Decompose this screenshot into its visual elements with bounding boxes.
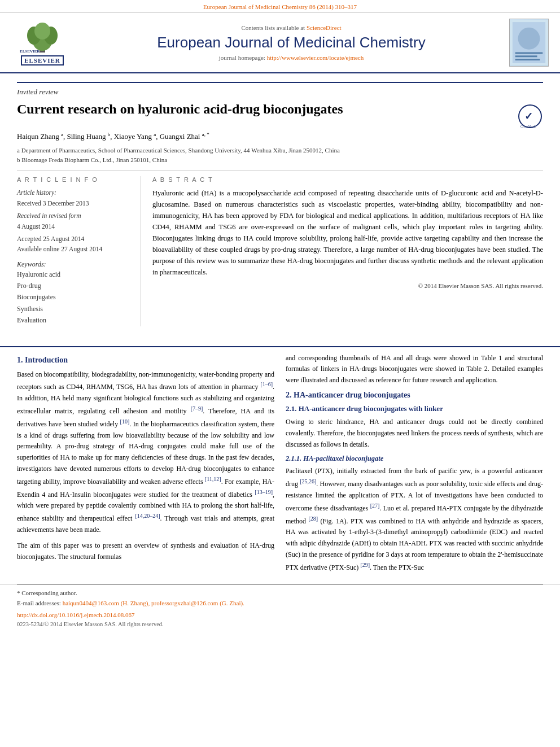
abstract-text: Hyaluronic acid (HA) is a mucopolysaccha… — [152, 187, 543, 278]
svg-text:✓: ✓ — [524, 111, 533, 122]
affil-a: a Department of Pharmaceutics, School of… — [17, 146, 543, 155]
paper-title: Current research on hyaluronic acid-drug… — [17, 101, 509, 117]
sub21-heading: 2.1. HA-anticancer drug bioconjugates wi… — [286, 404, 543, 413]
ref-13-19[interactable]: [13–19] — [255, 489, 273, 495]
svg-text:CrossMark: CrossMark — [520, 125, 536, 128]
keyword-1: Hyaluronic acid — [17, 269, 132, 280]
keyword-5: Evaluation — [17, 314, 132, 326]
journal-homepage: journal homepage: http://www.elsevier.co… — [73, 54, 509, 61]
sub211-heading: 2.1.1. HA-paclitaxel bioconjugate — [286, 455, 543, 463]
copyright-line: © 2014 Elsevier Masson SAS. All rights r… — [152, 282, 543, 289]
crossmark-badge: ✓ CrossMark — [518, 104, 543, 132]
journal-logo: ELSEVIER ELSEVIER — [11, 20, 73, 65]
article-info-panel: A R T I C L E I N F O Article history: R… — [17, 176, 141, 326]
email-label: E-mail addresses: — [17, 600, 61, 606]
doi-line: http://dx.doi.org/10.1016/j.ejmech.2014.… — [0, 609, 560, 621]
ref-1-6[interactable]: [1–6] — [260, 381, 273, 387]
sub21-para: Owing to steric hindrance, HA and antica… — [286, 417, 543, 450]
accepted-date: Accepted 25 August 2014 — [17, 234, 132, 244]
rights-line: 0223-5234/© 2014 Elsevier Masson SAS. Al… — [0, 621, 560, 633]
body-right-col: and corresponding thumbnails of HA and a… — [286, 353, 543, 578]
right-intro-para: and corresponding thumbnails of HA and a… — [286, 353, 543, 386]
intro-para2: The aim of this paper was to present an … — [17, 540, 274, 563]
email-link-1[interactable]: haiqun0404@163.com (H. Zhang), — [63, 600, 150, 606]
abstract-panel: A B S T R A C T Hyaluronic acid (HA) is … — [152, 176, 543, 326]
elsevier-brand: ELSEVIER — [21, 55, 64, 65]
sciencedirect-link[interactable]: ScienceDirect — [307, 24, 342, 31]
email-line: E-mail addresses: haiqun0404@163.com (H.… — [17, 598, 543, 609]
footnote-divider — [17, 584, 543, 585]
doi-url[interactable]: http://dx.doi.org/10.1016/j.ejmech.2014.… — [17, 611, 134, 618]
corresponding-note: * Corresponding author. — [17, 588, 543, 599]
intro-para1: Based on biocompatibility, biodegradabil… — [17, 369, 274, 536]
ref-11-12[interactable]: [11,12] — [205, 476, 221, 482]
received-date: Received 3 December 2013 — [17, 198, 132, 208]
history-label: Article history: — [17, 187, 132, 198]
available-date: Available online 27 August 2014 — [17, 244, 132, 254]
journal-ref: European Journal of Medicinal Chemistry … — [203, 3, 357, 10]
sub211-para: Paclitaxel (PTX), initially extracted fr… — [286, 466, 543, 573]
svg-rect-10 — [515, 55, 537, 57]
article-type-label: Invited review — [17, 82, 543, 97]
ref-29[interactable]: [29] — [360, 562, 370, 568]
svg-rect-9 — [515, 53, 543, 54]
svg-point-8 — [518, 28, 540, 50]
journal-thumbnail — [509, 19, 549, 67]
ref-14-20-24[interactable]: [14,20–24] — [135, 513, 160, 519]
ref-27[interactable]: [27] — [370, 503, 380, 509]
keywords-group: Keywords: Hyaluronic acid Pro-drug Bioco… — [17, 260, 132, 326]
top-bar: European Journal of Medicinal Chemistry … — [0, 0, 560, 13]
intro-heading: 1. Introduction — [17, 356, 274, 365]
revised-label: Received in revised form — [17, 211, 132, 221]
keyword-3: Bioconjugates — [17, 291, 132, 303]
svg-rect-11 — [515, 59, 540, 60]
ref-7-9[interactable]: [7–9] — [191, 405, 203, 412]
keywords-label: Keywords: — [17, 260, 132, 269]
ref-10[interactable]: [10] — [120, 418, 130, 425]
section2-heading: 2. HA-anticancer drug bioconjugates — [286, 391, 543, 400]
affil-b: b Bloomage Freda Biopharm Co., Ltd., Jin… — [17, 155, 543, 165]
journal-center-header: Contents lists available at ScienceDirec… — [73, 24, 509, 61]
journal-title-main: European Journal of Medicinal Chemistry — [73, 34, 509, 51]
article-info-label: A R T I C L E I N F O — [17, 176, 132, 183]
affiliations: a Department of Pharmaceutics, School of… — [17, 146, 543, 164]
svg-text:ELSEVIER: ELSEVIER — [20, 49, 40, 54]
sciencedirect-notice: Contents lists available at ScienceDirec… — [73, 24, 509, 31]
abstract-label: A B S T R A C T — [152, 176, 543, 183]
article-history: Article history: Received 3 December 201… — [17, 187, 132, 254]
ref-28[interactable]: [28] — [308, 516, 318, 522]
ref-25-26[interactable]: [25,26] — [300, 478, 316, 484]
footnote-area: * Corresponding author. E-mail addresses… — [0, 584, 560, 609]
revised-date: 4 August 2014 — [17, 221, 132, 231]
svg-point-4 — [34, 23, 50, 40]
email-link-2[interactable]: professorgxzhai@126.com (G. Zhai). — [151, 600, 244, 606]
journal-header: ELSEVIER ELSEVIER Contents lists availab… — [0, 13, 560, 73]
body-left-col: 1. Introduction Based on biocompatibilit… — [17, 353, 274, 578]
authors-line: Haiqun Zhang a, Siling Huang b, Xiaoye Y… — [17, 132, 543, 141]
homepage-url[interactable]: http://www.elsevier.com/locate/ejmech — [267, 54, 364, 61]
keyword-2: Pro-drug — [17, 280, 132, 291]
keyword-4: Synthesis — [17, 303, 132, 314]
